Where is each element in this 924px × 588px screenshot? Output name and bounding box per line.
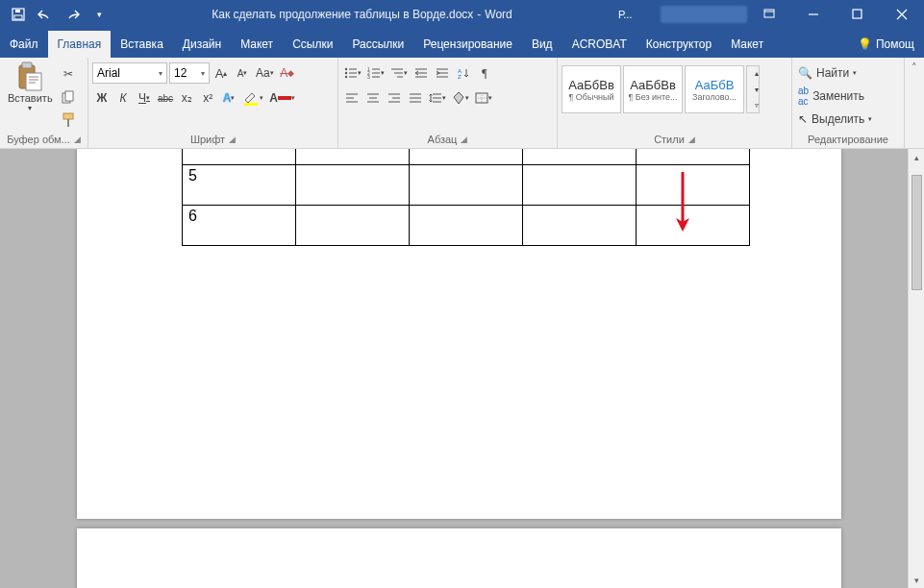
group-editing-label: Редактирование — [808, 134, 888, 145]
tab-insert[interactable]: Вставка — [111, 31, 173, 58]
cut-button[interactable]: ✂ — [59, 63, 78, 85]
table-row[interactable] — [183, 149, 750, 164]
line-spacing-button[interactable]: ▾ — [427, 87, 448, 109]
style-heading1[interactable]: АаБбВЗаголово... — [685, 65, 744, 113]
svg-rect-12 — [278, 96, 291, 100]
svg-rect-3 — [764, 10, 774, 17]
align-justify-button[interactable] — [406, 87, 425, 109]
para-launcher[interactable]: ◢ — [461, 135, 467, 144]
subscript-button[interactable]: x₂ — [177, 87, 196, 109]
scroll-up-button[interactable]: ▴ — [909, 149, 925, 165]
redo-button[interactable] — [60, 2, 85, 27]
cell[interactable]: 5 — [183, 164, 296, 205]
tab-view[interactable]: Вид — [522, 31, 562, 58]
indent-inc-button[interactable] — [433, 62, 452, 84]
indent-dec-button[interactable] — [412, 62, 431, 84]
scroll-track[interactable] — [909, 165, 925, 572]
shrink-font-button[interactable]: A▾ — [233, 62, 252, 84]
strike-button[interactable]: abc — [156, 87, 175, 109]
scroll-down-button[interactable]: ▾ — [909, 572, 925, 588]
group-font-label: Шрифт — [190, 134, 225, 145]
format-painter-button[interactable] — [59, 110, 78, 131]
bulb-icon: 💡 — [858, 37, 872, 51]
styles-more[interactable]: ▿ — [747, 98, 766, 112]
italic-button[interactable]: К — [113, 87, 133, 109]
select-button[interactable]: ↖Выделить▾ — [796, 109, 874, 130]
multilevel-button[interactable]: ▾ — [388, 62, 410, 84]
highlight-button[interactable]: ▾ — [240, 87, 265, 109]
window-title: Как сделать продолжение таблицы в Ворде.… — [112, 8, 612, 21]
undo-button[interactable] — [33, 2, 58, 27]
svg-rect-4 — [853, 10, 862, 18]
replace-button[interactable]: abacЗаменить — [796, 86, 874, 107]
shading-button[interactable]: ▾ — [450, 87, 471, 109]
bold-button[interactable]: Ж — [92, 87, 112, 109]
tab-design[interactable]: Дизайн — [173, 31, 231, 58]
save-button[interactable] — [6, 2, 31, 27]
document-viewport[interactable]: 5 6 7 8 ▴ ▾ — [0, 149, 924, 588]
account-name[interactable]: Р... — [612, 9, 661, 20]
align-center-button[interactable] — [363, 87, 383, 109]
tab-table-layout[interactable]: Макет — [721, 31, 773, 58]
paste-button[interactable]: Вставить ▾ — [4, 60, 57, 114]
vertical-scrollbar[interactable]: ▴ ▾ — [908, 149, 924, 588]
collapse-ribbon-button[interactable]: ˄ — [905, 58, 924, 148]
svg-text:Z: Z — [458, 74, 462, 79]
svg-rect-2 — [15, 10, 20, 12]
group-clipboard-label: Буфер обм... — [7, 134, 70, 145]
tab-home[interactable]: Главная — [48, 31, 112, 58]
font-name-select[interactable]: Arial▾ — [92, 62, 167, 84]
style-nospacing[interactable]: АаБбВв¶ Без инте... — [623, 65, 683, 113]
bullets-button[interactable]: ▾ — [342, 62, 363, 84]
styles-up[interactable]: ▴ — [747, 66, 766, 81]
qat-customize[interactable]: ▾ — [87, 2, 112, 27]
numbering-button[interactable]: 123▾ — [365, 62, 387, 84]
group-paragraph-label: Абзац — [428, 134, 458, 145]
tab-layout[interactable]: Макет — [231, 31, 283, 58]
table-row[interactable]: 6 — [183, 205, 750, 245]
style-normal[interactable]: АаБбВв¶ Обычный — [562, 65, 621, 113]
tell-me[interactable]: 💡Помощ — [848, 31, 924, 58]
show-marks-button[interactable]: ¶ — [475, 62, 494, 84]
paste-label: Вставить — [8, 92, 53, 104]
svg-rect-9 — [65, 91, 73, 101]
clipboard-launcher[interactable]: ◢ — [74, 135, 81, 144]
svg-rect-11 — [244, 103, 258, 106]
borders-button[interactable]: ▾ — [473, 87, 494, 109]
table-1[interactable]: 5 6 — [182, 149, 750, 246]
tab-review[interactable]: Рецензирование — [413, 31, 522, 58]
sort-button[interactable]: AZ — [454, 62, 473, 84]
styles-launcher[interactable]: ◢ — [688, 135, 695, 144]
page-2: 7 8 — [77, 528, 841, 588]
cell[interactable]: 6 — [183, 205, 296, 245]
minimize-button[interactable] — [791, 0, 836, 29]
ribbon-options-icon[interactable] — [747, 0, 791, 29]
tab-references[interactable]: Ссылки — [283, 31, 342, 58]
align-left-button[interactable] — [342, 87, 362, 109]
tab-mailings[interactable]: Рассылки — [342, 31, 413, 58]
tab-file[interactable]: Файл — [0, 31, 48, 58]
cursor-icon: ↖ — [798, 112, 808, 126]
grow-font-button[interactable]: A▴ — [212, 62, 231, 84]
maximize-button[interactable] — [836, 0, 880, 29]
styles-down[interactable]: ▾ — [747, 83, 766, 97]
scroll-thumb[interactable] — [912, 175, 922, 290]
find-button[interactable]: 🔍Найти▾ — [796, 62, 874, 84]
underline-button[interactable]: Ч▾ — [135, 87, 154, 109]
tab-acrobat[interactable]: ACROBAT — [562, 31, 637, 58]
superscript-button[interactable]: x² — [198, 87, 217, 109]
copy-button[interactable] — [59, 86, 78, 108]
text-effects-button[interactable]: A▾ — [219, 87, 238, 109]
font-launcher[interactable]: ◢ — [229, 135, 236, 144]
tab-table-design[interactable]: Конструктор — [637, 31, 721, 58]
align-right-button[interactable] — [385, 87, 404, 109]
svg-rect-6 — [22, 62, 32, 68]
svg-rect-1 — [14, 15, 22, 19]
change-case-button[interactable]: Aa▾ — [254, 62, 276, 84]
font-color-button[interactable]: A▾ — [267, 87, 297, 109]
scissors-icon: ✂ — [63, 67, 73, 81]
clear-format-button[interactable]: A◆ — [278, 62, 297, 84]
table-row[interactable]: 5 — [183, 164, 750, 205]
close-button[interactable] — [880, 0, 924, 29]
font-size-select[interactable]: 12▾ — [169, 62, 210, 84]
